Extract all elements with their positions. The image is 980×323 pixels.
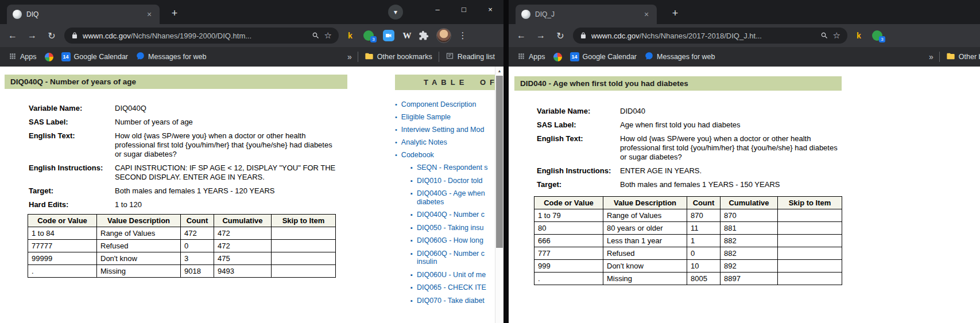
tab-diq[interactable]: DIQ × <box>7 5 160 24</box>
minimize-button[interactable]: – <box>424 0 451 18</box>
toc-link[interactable]: ▪ DIQ065 - CHECK ITE <box>410 283 503 292</box>
reload-button[interactable]: ↻ <box>42 26 61 45</box>
variable-fields: Variable Name: DID040 SAS Label: Age whe… <box>537 107 980 189</box>
reading-list[interactable]: Reading list <box>443 52 498 62</box>
zoom-icon[interactable] <box>820 32 828 40</box>
forward-button[interactable]: → <box>532 26 550 45</box>
toc-codebook-sublist: ▪ SEQN - Respondent s ▪ DIQ010 - Doctor … <box>410 164 503 305</box>
cell: 8005 <box>687 273 721 285</box>
browser-menu-icon[interactable]: ⋮ <box>456 30 470 41</box>
column-header: Skip to Item <box>778 197 842 209</box>
url-domain: wwwn.cdc.gov <box>83 32 131 40</box>
cell: 999 <box>534 260 603 273</box>
toc-link[interactable]: • Codebook <box>395 151 503 159</box>
toc-link[interactable]: • Eligible Sample <box>395 113 503 121</box>
cell <box>778 209 842 222</box>
cell: 0 <box>687 247 721 260</box>
toc-link[interactable]: ▪ DIQ010 - Doctor told <box>410 177 503 185</box>
url-text[interactable]: wwwn.cdc.gov/Nchs/Nhanes/2017-2018/DIQ_J… <box>591 32 816 40</box>
colorful-favicon-icon <box>553 53 562 61</box>
zoom-icon[interactable] <box>312 32 320 40</box>
toc-link-label: DIQ070 - Take diabet <box>417 297 485 305</box>
extension-green-icon[interactable]: 3 <box>363 30 374 41</box>
toc-link[interactable]: • Interview Setting and Mod <box>395 126 503 134</box>
bullet-icon: ▪ <box>410 283 413 291</box>
bookmark-google-calendar[interactable]: 14 Google Calendar <box>567 52 640 61</box>
forward-button[interactable]: → <box>23 26 41 45</box>
profile-avatar[interactable] <box>436 28 451 43</box>
bullet-icon: ▪ <box>410 224 413 232</box>
bookmark-google-calendar[interactable]: 14 Google Calendar <box>59 52 131 61</box>
lock-icon[interactable] <box>580 32 587 39</box>
url-text[interactable]: wwwn.cdc.gov/Nchs/Nhanes/1999-2000/DIQ.h… <box>83 32 307 40</box>
reading-list-icon <box>446 52 454 62</box>
bookmark-star-icon[interactable]: ☆ <box>324 30 332 41</box>
toc-link[interactable]: • Analytic Notes <box>395 138 503 146</box>
toc-link[interactable]: ▪ DIQ060U - Unit of me <box>410 271 503 279</box>
new-tab-button[interactable]: + <box>168 6 181 20</box>
lock-icon[interactable] <box>71 32 78 39</box>
toc-link[interactable]: ▪ DIQ040G - Age when diabetes <box>410 189 503 206</box>
bookmark-apps[interactable]: Apps <box>514 52 548 62</box>
bookmark-label: Other bookmarks <box>959 53 980 61</box>
media-controls-icon[interactable]: ▾ <box>388 5 403 20</box>
toc-link[interactable]: ▪ SEQN - Respondent s <box>410 164 503 172</box>
extension-k-icon[interactable]: k <box>851 31 867 40</box>
page-scrollbar[interactable]: ▲ <box>495 67 503 323</box>
bookmark-apps[interactable]: Apps <box>6 52 40 62</box>
field-value-line: CAPI INSTRUCTION: IF SP AGE < 12, DISPLA… <box>115 164 335 173</box>
cell: 1 to 84 <box>28 227 97 240</box>
field-value-line: Both males and females 1 YEARS - 120 YEA… <box>115 186 274 196</box>
tab-close-icon[interactable]: × <box>642 10 651 19</box>
back-button[interactable]: ← <box>3 26 22 45</box>
other-bookmarks[interactable]: Other bookmarks <box>362 52 435 63</box>
codebook-table: Code or Value Value Description Count Cu… <box>28 214 336 278</box>
field-value-line: SECOND DISPLAY. ENTER AGE IN YEARS. <box>115 173 335 182</box>
scrollbar-thumb[interactable] <box>496 76 503 248</box>
field-label: Variable Name: <box>537 107 620 116</box>
bookmark-favicon-only[interactable] <box>42 53 56 61</box>
other-bookmarks[interactable]: Other bookmarks <box>943 52 980 63</box>
bookmark-label: Reading list <box>458 53 495 61</box>
new-tab-button[interactable]: + <box>668 6 682 20</box>
bookmarks-overflow-icon[interactable]: » <box>345 52 354 61</box>
bookmark-star-icon[interactable]: ☆ <box>833 30 840 41</box>
navigation-bar: ← → ↻ wwwn.cdc.gov/Nchs/Nhanes/2017-2018… <box>509 24 980 47</box>
maximize-button[interactable]: □ <box>451 0 477 18</box>
toc-link[interactable]: ▪ DIQ060Q - Number c insulin <box>410 250 503 266</box>
extension-camera-icon[interactable] <box>383 30 394 41</box>
cell <box>272 240 336 252</box>
tab-diq-j[interactable]: DIQ_J × <box>516 5 657 24</box>
table-row: 999 Don't know 10 892 <box>534 260 842 273</box>
bullet-icon: ▪ <box>410 236 413 244</box>
toc-link[interactable]: ▪ DIQ040Q - Number c <box>410 211 503 219</box>
bookmark-favicon-only[interactable] <box>551 53 565 61</box>
tab-close-icon[interactable]: × <box>145 10 154 19</box>
bookmark-messages[interactable]: Messages for web <box>133 52 209 62</box>
field-value-line: or sugar diabetes? <box>620 153 838 162</box>
toc-link[interactable]: • Component Description <box>395 100 503 108</box>
address-bar[interactable]: wwwn.cdc.gov/Nchs/Nhanes/1999-2000/DIQ.h… <box>64 28 339 44</box>
cell: 80 <box>534 222 603 235</box>
address-bar[interactable]: wwwn.cdc.gov/Nchs/Nhanes/2017-2018/DIQ_J… <box>573 28 847 44</box>
extensions-puzzle-icon[interactable] <box>416 30 432 41</box>
url-domain: wwwn.cdc.gov <box>591 32 640 40</box>
extension-wikipedia-icon[interactable]: W <box>400 31 415 41</box>
bookmark-messages[interactable]: Messages for web <box>642 52 718 62</box>
page-title: DIQ040Q - Number of years of age <box>5 75 347 89</box>
browser-window-right: DIQ_J × + ← → ↻ wwwn.cdc.gov/Nchs/Nhanes… <box>509 0 980 323</box>
extension-k-icon[interactable]: k <box>342 31 358 40</box>
bookmarks-overflow-icon[interactable]: » <box>927 52 936 61</box>
reload-button[interactable]: ↻ <box>551 26 570 45</box>
toc-link[interactable]: ▪ DIQ060G - How long <box>410 236 503 245</box>
apps-grid-icon <box>9 52 17 62</box>
toc-link-label: Codebook <box>401 151 434 159</box>
close-window-button[interactable]: × <box>477 0 503 18</box>
toc-link[interactable]: ▪ DIQ050 - Taking insu <box>410 224 503 232</box>
cell: Don't know <box>603 260 687 273</box>
cell: 0 <box>181 240 214 252</box>
extension-green-icon[interactable]: 3 <box>872 30 882 41</box>
scroll-up-icon[interactable]: ▲ <box>495 67 503 75</box>
back-button[interactable]: ← <box>512 26 530 45</box>
toc-link[interactable]: ▪ DIQ070 - Take diabet <box>410 297 503 305</box>
